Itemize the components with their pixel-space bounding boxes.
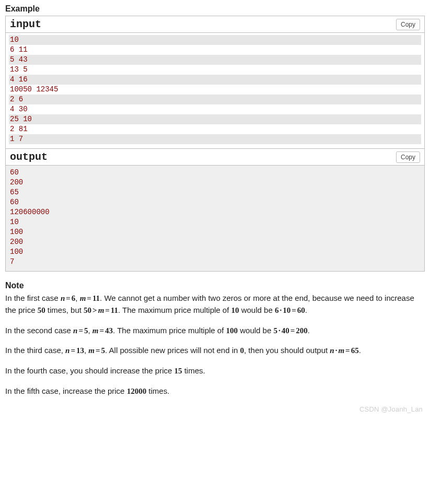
output-title: output [10, 151, 48, 163]
output-line: 200 [9, 178, 421, 187]
text: . [359, 346, 361, 355]
text: . The maximum price multiple of [113, 326, 226, 335]
equals-icon: = [95, 346, 101, 355]
math-num: 50 [84, 306, 91, 314]
math-var-m: m [92, 326, 99, 335]
input-title: input [10, 18, 41, 30]
input-line: 4 16 [9, 75, 421, 85]
text: times, but [45, 306, 84, 314]
text: . All possible new prices will not end i… [105, 346, 240, 355]
text: In the third case, [5, 346, 65, 355]
equals-icon: = [289, 326, 296, 335]
note-paragraph-4: In the fourth case, you should increase … [5, 365, 425, 377]
note-paragraph-5: In the fifth case, increase the price 12… [5, 385, 425, 397]
text: In the first case [5, 294, 61, 302]
note-heading: Note [5, 281, 425, 290]
text: times. [146, 386, 169, 395]
copy-input-button[interactable]: Copy [396, 19, 420, 30]
math-num: 11 [92, 294, 100, 302]
text: In the fourth case, you should increase … [5, 366, 175, 375]
math-num: 10 [231, 306, 239, 314]
text: . [308, 326, 310, 335]
greater-than-icon: > [91, 306, 98, 314]
input-line: 25 10 [9, 114, 421, 124]
math-num: 5 [101, 346, 106, 355]
output-line: 7 [9, 257, 421, 267]
math-num: 200 [296, 326, 308, 335]
watermark: CSDN @Joanh_Lan [359, 405, 423, 413]
math-num: 100 [226, 326, 238, 335]
math-num: 0 [240, 346, 245, 355]
dot-icon: · [278, 306, 283, 314]
text: . The maximum price multiple of [118, 306, 231, 314]
text: would be [239, 306, 275, 314]
math-num: 60 [297, 306, 305, 314]
input-line: 2 81 [9, 124, 421, 134]
input-line: 1 7 [9, 134, 421, 144]
text: In the second case [5, 326, 73, 335]
text: , [75, 294, 79, 302]
output-line: 120600000 [9, 207, 421, 217]
input-line: 10050 12345 [9, 85, 421, 95]
text: , then you should output [244, 346, 330, 355]
math-var-n: n [330, 346, 334, 355]
copy-output-button[interactable]: Copy [396, 151, 420, 163]
text: . [305, 306, 307, 314]
output-line: 60 [9, 168, 421, 178]
math-num: 5 [273, 326, 277, 335]
output-header: output Copy [6, 149, 424, 166]
equals-icon: = [65, 294, 72, 302]
equals-icon: = [77, 326, 84, 335]
output-line: 100 [9, 247, 421, 257]
input-line: 10 [9, 35, 421, 45]
math-var-m: m [338, 346, 344, 355]
note-paragraph-3: In the third case, n=13, m=5. All possib… [5, 345, 425, 357]
dot-icon: · [277, 326, 282, 335]
text: In the fifth case, increase the price [5, 386, 127, 395]
equals-icon: = [99, 326, 106, 335]
math-var-m: m [88, 346, 95, 355]
math-var-n: n [61, 294, 65, 302]
math-num: 5 [84, 326, 88, 335]
input-line: 13 5 [9, 65, 421, 75]
equals-icon: = [344, 346, 351, 355]
input-line: 2 6 [9, 95, 421, 104]
math-num: 11 [111, 306, 118, 314]
note-paragraph-1: In the first case n=6, m=11. We cannot g… [5, 292, 425, 317]
text: times. [182, 366, 205, 375]
equals-icon: = [104, 306, 111, 314]
output-line: 60 [9, 197, 421, 207]
output-body: 602006560120600000101002001007 [6, 166, 424, 271]
text: would be [238, 326, 273, 335]
math-num: 15 [175, 367, 182, 375]
text: , [88, 326, 92, 335]
math-num: 12000 [127, 387, 147, 395]
input-header: input Copy [6, 16, 424, 33]
output-line: 65 [9, 187, 421, 197]
math-var-m: m [80, 294, 86, 302]
input-block: input Copy 106 115 4313 54 1610050 12345… [5, 16, 425, 149]
math-num: 13 [76, 346, 84, 355]
math-num: 50 [38, 306, 45, 314]
equals-icon: = [69, 346, 76, 355]
math-num: 43 [105, 326, 113, 335]
note-paragraph-2: In the second case n=5, m=43. The maximu… [5, 325, 425, 337]
math-num: 10 [283, 306, 290, 314]
output-line: 200 [9, 237, 421, 247]
output-line: 10 [9, 217, 421, 227]
math-var-m: m [98, 306, 104, 314]
input-line: 5 43 [9, 55, 421, 65]
equals-icon: = [86, 294, 92, 302]
math-num: 65 [351, 346, 359, 355]
equals-icon: = [290, 306, 297, 314]
math-num: 40 [282, 326, 289, 335]
output-block: output Copy 6020065601206000001010020010… [5, 149, 425, 272]
input-body: 106 115 4313 54 1610050 123452 64 3025 1… [6, 33, 424, 148]
input-line: 6 11 [9, 45, 421, 55]
output-line: 100 [9, 227, 421, 237]
note-section: Note In the first case n=6, m=11. We can… [5, 281, 425, 397]
example-heading: Example [5, 4, 425, 14]
input-line: 4 30 [9, 104, 421, 114]
